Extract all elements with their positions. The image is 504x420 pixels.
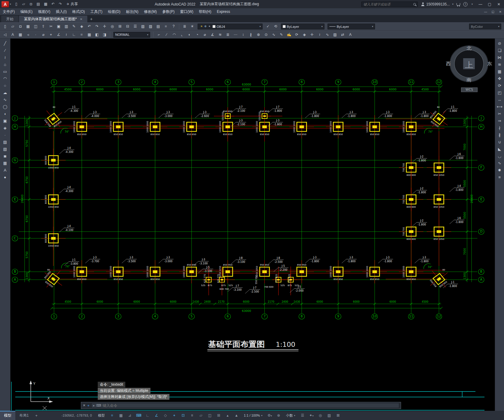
dim-style-manager-icon[interactable]: ◁ [2,32,9,38]
new-tab-button[interactable]: + [88,16,95,22]
break-icon[interactable]: ∦ [496,131,504,138]
make-block-icon[interactable]: ◈ [1,124,9,131]
dim-break-icon[interactable]: ∦ [247,32,254,38]
drawing-area[interactable]: 112233445566778899101011111212JHGECBAJHF… [10,39,495,411]
new-layout-button[interactable]: + [33,413,40,418]
plot-preview-icon[interactable]: ◫ [32,23,39,30]
layer-bulb-icon[interactable]: ☀ [189,23,196,30]
infer-constraints-icon[interactable]: ⊿ [127,412,133,419]
annotation-visibility-icon[interactable]: ▴ [224,412,231,419]
extend-icon[interactable]: ⇒ [496,117,504,124]
otrack-icon[interactable]: ≀ [63,32,70,38]
insert-block-icon[interactable]: ▣ [1,117,9,124]
lineweight-icon[interactable]: ≡ [189,412,195,419]
menu-item-文件F[interactable]: 文件(F) [0,8,17,15]
offset-icon[interactable]: ≋ [496,61,504,68]
linetype-dropdown[interactable]: ByLayer ▾ [328,24,375,29]
layout1-tab[interactable]: 布局1 [15,411,33,420]
plotstyle-dropdown[interactable]: ByColor ▾ [469,24,501,29]
units-icon[interactable]: ⌀ [40,32,47,38]
menu-item-帮助H[interactable]: 帮助(H) [196,8,214,15]
text-style-icon[interactable]: A [9,32,16,38]
dim-baseline-icon[interactable]: ≣ [224,32,231,38]
lengthen-icon[interactable]: ⟷ [496,103,504,110]
align-icon[interactable]: ≡ [496,174,504,181]
command-field[interactable]: ▸ ⌨ [91,403,399,408]
menu-item-视图V[interactable]: 视图(V) [35,8,53,15]
break-at-point-icon[interactable]: ∤ [496,124,504,131]
model-tab[interactable]: 模型 [0,411,15,420]
graphics-performance-icon[interactable]: ▧ [326,412,332,419]
search-icon[interactable] [413,3,416,6]
command-line[interactable]: ✕ ⌖ ▸ ⌨ [81,402,401,409]
blend-icon[interactable]: ∿ [496,160,504,167]
revision-cloud-icon[interactable]: ☁ [1,89,9,96]
annotation-monitor-icon[interactable]: ⊕ [275,412,282,419]
search-input[interactable] [363,2,413,6]
undo-icon[interactable]: ↶ [86,23,93,30]
center-mark-icon[interactable]: ⊙ [263,32,270,38]
fillet-icon[interactable]: ◡ [496,153,504,160]
ellipse-arc-icon[interactable]: ◖ [1,110,9,117]
polar-settings-icon[interactable]: ∠ [55,32,62,38]
close-tab-icon[interactable]: ✕ [80,17,82,21]
search-box[interactable] [361,2,418,7]
chamfer-icon[interactable]: ◣ [496,146,504,153]
convert-icon[interactable]: ⇄ [339,32,346,38]
properties-icon[interactable]: ☰ [132,23,139,30]
object-snap-icon[interactable]: ⊡ [180,412,187,419]
menu-item-标注N[interactable]: 标注(N) [123,8,141,15]
help-icon[interactable]: ? [170,23,177,30]
layer-freeze-icon[interactable]: ✼ [203,24,207,29]
dim-continue-icon[interactable]: ⋯ [232,32,239,38]
edit-hatch-icon[interactable]: ▨ [332,32,339,38]
menu-item-Express[interactable]: Express [214,8,233,15]
cut-icon[interactable]: ✂ [47,23,55,30]
dim-update-icon[interactable]: ⟳ [293,32,300,38]
selection-cycling-icon[interactable]: ◫ [207,412,213,419]
publish-icon[interactable]: ⇧ [40,23,47,30]
tab-document[interactable]: 某室内体育场框架结构施工图图* ✕ [19,16,87,22]
layer-dropdown[interactable]: ☀✼✦ OBJ4 ▾ [198,24,263,29]
cart-icon[interactable] [457,3,460,6]
rectangle-icon[interactable]: ▭ [1,68,9,75]
explode-icon[interactable]: ✸ [496,167,504,174]
scale-icon[interactable]: ◰ [496,89,504,96]
lock-ui-icon[interactable]: ✦▾ [308,412,315,419]
match-properties-icon[interactable]: ✎ [70,23,78,30]
point-style-icon[interactable]: · [32,32,39,38]
maximize-button[interactable]: ▢ [485,0,494,8]
mleader-style-icon[interactable]: ◃ [25,32,32,38]
tolerance-icon[interactable]: ⊕ [255,32,262,38]
block-editor-icon[interactable]: ◈ [78,23,85,30]
table-icon[interactable]: ▦ [1,160,9,167]
units[interactable]: 小数▾ [284,412,297,419]
snap-mode-icon[interactable]: ▦ [118,412,124,419]
dim-linear-icon[interactable]: ⌐ [155,32,162,38]
layer-previous-icon[interactable]: ⟲ [272,23,279,30]
drawing-canvas[interactable]: 112233445566778899101011111212JHGECBAJHF… [10,39,495,411]
workspace-switch-icon[interactable]: ⚙▾ [266,412,273,419]
dim-angular-icon[interactable]: ∡ [209,32,216,38]
tab-start[interactable]: 开始 [1,16,18,22]
pan-icon[interactable]: ✛ [101,23,108,30]
clean-screen-icon[interactable]: ⊠ [335,412,341,419]
tool-palettes-icon[interactable]: ▨ [147,23,154,30]
menu-item-参数P[interactable]: 参数(P) [160,8,177,15]
edit-polyline-icon[interactable]: ≀ [316,32,323,38]
zoom-previous-icon[interactable]: ⊟ [124,23,131,30]
annotation-order-icon[interactable]: ◨ [101,32,108,38]
model-space-toggle[interactable]: 模型 [96,412,107,419]
quick-dim-icon[interactable]: ≋ [217,32,224,38]
point-icon[interactable]: · [1,131,9,138]
menu-item-绘图D[interactable]: 绘图(D) [105,8,123,15]
spline-icon[interactable]: ∿ [1,96,9,103]
erase-icon[interactable]: ⊘ [496,40,504,47]
help-icon[interactable]: ? [463,2,468,6]
array-icon[interactable]: ▦ [496,68,504,75]
snap-display-icon[interactable]: ▦ [86,32,93,38]
multiline-text-icon[interactable]: A [1,167,9,174]
new-file-icon[interactable]: ▯ [13,1,20,7]
grid-icon[interactable]: ⌗ [109,412,116,419]
line-icon[interactable]: ╱ [1,40,9,47]
